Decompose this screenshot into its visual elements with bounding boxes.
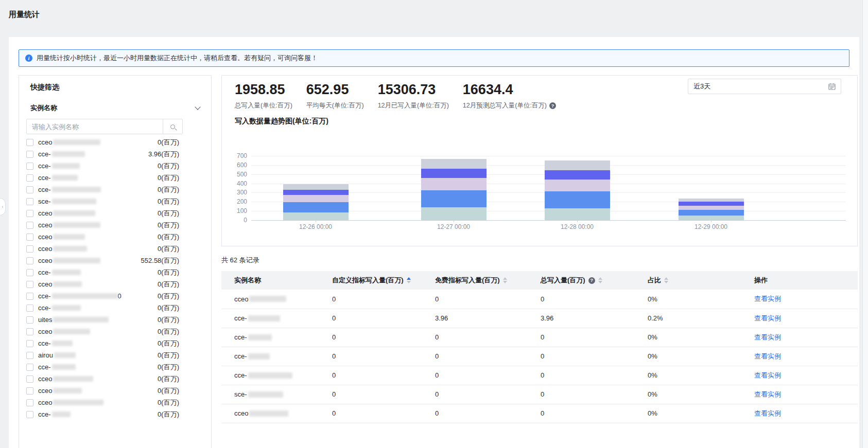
instance-table: 实例名称自定义指标写入量(百万)免费指标写入量(百万)总写入量(百万)?占比操作… <box>221 271 858 423</box>
instance-list-item[interactable]: cceo0(百万) <box>19 385 211 397</box>
column-header[interactable]: 总写入量(百万)? <box>528 271 635 290</box>
stacked-bar[interactable] <box>421 159 487 220</box>
sort-icon[interactable] <box>503 277 507 283</box>
sort-icon[interactable] <box>664 277 668 283</box>
stacked-bar[interactable] <box>545 160 610 220</box>
instance-checkbox[interactable] <box>26 352 33 359</box>
instance-checkbox[interactable] <box>26 163 33 170</box>
instance-checkbox[interactable] <box>26 340 33 347</box>
instance-checkbox[interactable] <box>26 245 33 253</box>
bar-segment-series-5-gray <box>283 184 349 190</box>
instance-list-item[interactable]: uites0(百万) <box>19 314 211 326</box>
instance-search-input[interactable] <box>27 119 163 134</box>
instance-checkbox[interactable] <box>26 210 33 217</box>
search-button[interactable] <box>163 119 182 134</box>
chevron-down-icon[interactable] <box>195 104 200 110</box>
column-header[interactable]: 免费指标写入量(百万) <box>422 271 528 290</box>
masked-name-blob <box>248 334 272 341</box>
page-scrollbar[interactable] <box>862 0 868 448</box>
instance-list-item[interactable]: cceo0(百万) <box>19 219 211 231</box>
instance-name: airou <box>38 351 76 359</box>
instance-list-item[interactable]: cce-3.96(百万) <box>19 148 211 160</box>
instance-list-item[interactable]: cce-0(百万) <box>19 160 211 172</box>
stacked-bar[interactable] <box>679 199 744 220</box>
instance-list-item[interactable]: cceo0(百万) <box>19 278 211 290</box>
sort-icon[interactable] <box>598 277 602 283</box>
instance-checkbox[interactable] <box>26 281 33 288</box>
instance-checkbox[interactable] <box>26 139 33 146</box>
y-axis-tick-label: 500 <box>227 171 247 178</box>
gridline <box>251 156 846 156</box>
instance-list-item[interactable]: cceo0(百万) <box>19 243 211 255</box>
instance-list-item[interactable]: cce-0(百万) <box>19 361 211 373</box>
instance-list-item[interactable]: sce-0(百万) <box>19 195 211 207</box>
view-instance-link[interactable]: 查看实例 <box>754 295 781 302</box>
view-instance-link[interactable]: 查看实例 <box>754 371 781 379</box>
stat-label: 12月预测总写入量(单位:百万)? <box>463 101 556 110</box>
instance-checkbox[interactable] <box>26 375 33 383</box>
instance-checkbox[interactable] <box>26 234 33 241</box>
instance-checkbox[interactable] <box>26 151 33 158</box>
instance-checkbox[interactable] <box>26 399 33 406</box>
instance-list-item[interactable]: cceo0(百万) <box>19 231 211 243</box>
instance-list-item[interactable]: cce-0(百万) <box>19 408 211 420</box>
column-header-label: 免费指标写入量(百万) <box>435 276 500 285</box>
free-metric-write-cell: 0 <box>422 404 528 423</box>
panel-collapse-handle[interactable]: ‹ <box>0 198 6 216</box>
instance-checkbox[interactable] <box>26 328 33 335</box>
instance-usage-value: 3.96(百万) <box>148 150 179 159</box>
instance-list-item[interactable]: cceo0(百万) <box>19 207 211 219</box>
instance-list-item[interactable]: cce-0(百万) <box>19 266 211 278</box>
masked-name-blob <box>53 246 87 252</box>
instance-list-item[interactable]: cce-0(百万) <box>19 302 211 314</box>
stacked-bar[interactable] <box>283 184 349 220</box>
column-header: 实例名称 <box>221 271 319 290</box>
view-instance-link[interactable]: 查看实例 <box>754 409 781 417</box>
instance-checkbox[interactable] <box>26 186 33 193</box>
masked-name-blob <box>52 199 96 204</box>
instance-list-item[interactable]: cce-00(百万) <box>19 290 211 302</box>
search-icon <box>170 124 175 129</box>
instance-list-item[interactable]: cce-0(百万) <box>19 337 211 349</box>
help-icon[interactable]: ? <box>588 277 595 284</box>
instance-list-item[interactable]: cceo0(百万) <box>19 373 211 385</box>
custom-metric-write-cell: 0 <box>319 366 422 385</box>
instance-checkbox[interactable] <box>26 293 33 300</box>
instance-name: cceo <box>38 138 100 146</box>
instance-list-item[interactable]: cceo552.58(百万) <box>19 255 211 266</box>
column-header[interactable]: 占比 <box>635 271 741 290</box>
stat-label: 总写入量(单位:百万) <box>235 101 292 110</box>
bar-segment-series-4-indigo <box>545 170 610 180</box>
instance-name-group[interactable]: 实例名称 <box>30 103 200 113</box>
instance-checkbox[interactable] <box>26 257 33 264</box>
instance-list-item[interactable]: cceo0(百万) <box>19 136 211 148</box>
instance-list-item[interactable]: airou0(百万) <box>19 349 211 361</box>
instance-checkbox[interactable] <box>26 269 33 276</box>
info-banner-text: 用量统计按小时统计，最近一小时用量数据正在统计中，请稍后查看。若有疑问，可询问客… <box>37 53 318 63</box>
instance-checkbox[interactable] <box>26 364 33 371</box>
instance-checkbox[interactable] <box>26 174 33 182</box>
info-banner: i 用量统计按小时统计，最近一小时用量数据正在统计中，请稍后查看。若有疑问，可询… <box>19 49 849 67</box>
view-instance-link[interactable]: 查看实例 <box>754 314 781 322</box>
view-instance-link[interactable]: 查看实例 <box>754 352 781 360</box>
column-header[interactable]: 自定义指标写入量(百万) <box>319 271 422 290</box>
instance-list-item[interactable]: cceo0(百万) <box>19 397 211 408</box>
date-range-picker[interactable]: 近3天 <box>688 79 841 94</box>
x-axis-tick-label: 12-28 00:00 <box>561 223 594 230</box>
instance-list-item[interactable]: cce-0(百万) <box>19 184 211 195</box>
instance-checkbox[interactable] <box>26 411 33 418</box>
instance-checkbox[interactable] <box>26 222 33 229</box>
help-icon[interactable]: ? <box>549 102 556 109</box>
stat-block: 16634.412月预测总写入量(单位:百万)? <box>463 82 556 110</box>
instance-usage-value: 0(百万) <box>158 162 179 171</box>
instance-list-item[interactable]: cceo0(百万) <box>19 326 211 337</box>
instance-checkbox[interactable] <box>26 387 33 395</box>
instance-list-item[interactable]: cce-0(百万) <box>19 172 211 184</box>
view-instance-link[interactable]: 查看实例 <box>754 333 781 341</box>
view-instance-link[interactable]: 查看实例 <box>754 390 781 398</box>
sort-icon[interactable] <box>407 277 411 283</box>
instance-checkbox[interactable] <box>26 316 33 324</box>
instance-checkbox[interactable] <box>26 198 33 205</box>
instance-name: cceo <box>38 221 100 229</box>
instance-checkbox[interactable] <box>26 304 33 312</box>
